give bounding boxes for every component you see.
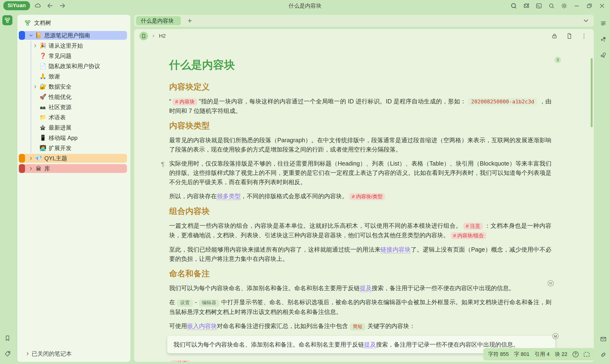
tree-item-privacy[interactable]: 📄 隐私政策和用户协议 — [21, 62, 127, 70]
doc-emoji-icon: 📱 — [39, 135, 47, 141]
tree-item-faq[interactable]: ❓ 常见问题 — [21, 52, 127, 60]
tag-block-type[interactable]: # 内容块/类型 — [350, 193, 385, 200]
focus-mode-icon[interactable] — [584, 352, 589, 357]
close-icon[interactable] — [598, 2, 605, 9]
link-many-types[interactable]: 很多类型 — [217, 193, 241, 200]
sync-icon[interactable] — [510, 2, 517, 9]
kbd-editor[interactable]: 编辑器 — [199, 299, 219, 306]
paragraph-definition[interactable]: “# 内容块”指的是一块内容，每块这样的内容通过一个全局唯一的 ID 进行标识。… — [169, 97, 551, 116]
doc-emoji-icon: 🙏 — [39, 73, 47, 79]
search-icon[interactable] — [548, 2, 555, 9]
paragraph-naming-1[interactable]: 我们可以为每个内容块命名、添加别名和备注。命名和别名主要用于反链提及搜索，备注用… — [169, 284, 551, 293]
file-tree-header: 文档树 — [17, 19, 130, 27]
tree-item-start-here[interactable]: 🎉 请从这里开始 — [21, 41, 127, 50]
doc-emoji-icon: ❓ — [39, 53, 47, 59]
tree-item-notebook-qyl-theme[interactable]: 💎 QYL主题 — [23, 154, 127, 163]
dock-backlink-icon[interactable] — [598, 350, 608, 360]
chevron-right-icon[interactable] — [32, 83, 39, 90]
doc-emoji-icon: 🔐 — [39, 83, 47, 90]
paragraph-types-2[interactable]: ¶实际使用时，仅仅靠段落排版是不够的，往往还需要用到标题（Heading）、列表… — [169, 159, 551, 187]
breadcrumb-heading[interactable]: H2 — [159, 33, 166, 39]
file-tree-panel: 文档树 📔 思源笔记用户指南 🎉 请从这里开始 ❓ 常见问题 — [17, 15, 130, 362]
chevron-right-icon — [25, 351, 30, 356]
heading-naming[interactable]: 命名和备注M — [169, 269, 551, 278]
right-dock — [597, 12, 610, 364]
memo-badge[interactable]: M — [552, 333, 558, 339]
tree-item-data-safety[interactable]: 🔐 数据安全 — [21, 82, 127, 91]
tree-item-performance[interactable]: 🚀 性能优化 — [21, 92, 127, 101]
tab-bar: 什么是内容块 + — [134, 15, 594, 27]
link-link-blocks[interactable]: 链接内容块 — [380, 246, 411, 253]
doc-title[interactable]: 什么是内容块 — [169, 59, 551, 71]
dock-bookmark-icon[interactable] — [2, 333, 13, 343]
heading-definition[interactable]: 内容块定义 — [169, 82, 551, 91]
back-icon[interactable] — [47, 2, 53, 9]
tag-note[interactable]: # 注意 — [171, 360, 190, 362]
tag-note[interactable]: # 注意 — [464, 223, 483, 230]
tree-item-notebook-library[interactable]: 🏛 库 — [23, 164, 127, 173]
block-count: 块 22 — [555, 351, 567, 358]
more-options-icon[interactable]: ⋮ — [581, 32, 588, 39]
file-tree-title: 文档树 — [34, 19, 51, 27]
readonly-lock-icon[interactable] — [551, 32, 558, 39]
heading-types[interactable]: 内容块类型 — [169, 121, 551, 130]
inline-code-block-id[interactable]: 202008250000-a1b2c3d — [468, 98, 537, 105]
tree-item-changelog[interactable]: 🛣 最新进展 — [21, 123, 127, 132]
paragraph-naming-3[interactable]: 可使用嵌入内容块对命名和备注进行搜索汇总，比如列出备注中包含简短关键字的内容块： — [169, 321, 551, 331]
chevron-right-icon[interactable] — [28, 165, 34, 172]
top-bar: SiYuan 什么是内容块 — [0, 0, 610, 12]
help-icon[interactable]: ? — [572, 351, 579, 357]
doc-emoji-icon: 📁 — [39, 114, 47, 120]
ref-count: 引用 4 — [535, 351, 549, 358]
tree-item-notebook-guide[interactable]: 📔 思源笔记用户指南 — [23, 31, 127, 40]
forward-icon[interactable] — [59, 2, 66, 9]
dock-outline-icon[interactable] — [598, 19, 608, 29]
theme-icon[interactable] — [561, 2, 567, 9]
tree-item-glossary[interactable]: 📁 术语表 — [21, 113, 127, 122]
editor-panel: H2 ⋮ 3 什么是内容块 内容块定义 “# 内容块”指的是一块内容，每块这样的… — [134, 29, 594, 362]
tree-item-thanks[interactable]: 🙏 致谢 — [21, 72, 127, 81]
link-embed-block[interactable]: 嵌入内容块 — [187, 323, 217, 330]
file-tree-icon — [25, 20, 31, 26]
paragraph-naming-2[interactable]: 在设置-编辑器中打开显示书签、命名、别名标识选项后，被命名的内容块在编辑器中会被… — [169, 298, 551, 317]
link-mention[interactable]: 提及 — [360, 285, 372, 292]
tree-item-extension-dev[interactable]: 🧑‍💻 扩展开发 — [21, 144, 127, 153]
chevron-down-icon[interactable] — [28, 32, 34, 39]
dock-tag-icon[interactable] — [2, 349, 13, 359]
tree-item-community[interactable]: 🏘 社区资源 — [21, 103, 127, 112]
cloud-sync-icon[interactable] — [34, 2, 41, 9]
link-mention[interactable]: 提及 — [364, 341, 376, 349]
paragraph-types-3[interactable]: 所以，内容块存在很多类型，不同的排版格式会形成不同的内容块。# 内容块/类型 — [169, 192, 551, 201]
document-tree: 📔 思源笔记用户指南 🎉 请从这里开始 ❓ 常见问题 📄 隐私政策和用户协议 � — [17, 31, 130, 174]
chevron-right-icon[interactable] — [32, 42, 39, 49]
heading-combine[interactable]: 组合内容块 — [169, 206, 551, 216]
doc-emoji-icon: 🎉 — [39, 42, 47, 49]
dock-graph-icon[interactable] — [598, 34, 608, 44]
tag-content-block[interactable]: # 内容块 — [173, 98, 197, 105]
kbd-settings[interactable]: 设置 — [177, 299, 193, 306]
ref-count-badge[interactable]: 3 — [555, 57, 561, 63]
new-doc-icon[interactable] — [566, 32, 573, 39]
dock-inbox-icon[interactable] — [598, 334, 608, 344]
minimize-icon[interactable] — [573, 2, 580, 9]
breadcrumb-doc-icon[interactable] — [139, 32, 148, 40]
app-logo[interactable]: SiYuan — [3, 1, 30, 10]
doc-emoji-icon: 🛣 — [39, 125, 47, 131]
tab-list-chevron-icon[interactable] — [582, 17, 589, 24]
paragraph-combine-2[interactable]: 至此，我们已经能够用内容块来描述所有的内容了，这样就能通过统一的用法来链接内容块… — [169, 245, 551, 263]
tag-block-combine[interactable]: # 内容块/组合 — [451, 232, 486, 239]
maximize-icon[interactable] — [586, 2, 593, 9]
notebook-icon: 💎 — [34, 155, 43, 161]
tree-item-mobile-app[interactable]: 📱 移动端 App — [21, 133, 127, 142]
closed-notebooks-toggle[interactable]: 已关闭的笔记本 — [17, 348, 130, 360]
kbd-keyword-short[interactable]: 简短 — [350, 323, 365, 330]
command-panel-icon[interactable] — [535, 2, 542, 9]
dock-global-graph-icon[interactable] — [598, 50, 608, 60]
paragraph-types-1[interactable]: 最常见的内容块就是我们所熟悉的段落（Paragraph）。在中文传统排版中，段落… — [169, 136, 551, 154]
paragraph-combine-1[interactable]: 一篇文档是一些内容块的组合，内容块是基本单位。这就好比乐高积木，可以使用不同的基… — [169, 221, 551, 240]
tab-active[interactable]: 什么是内容块 — [136, 16, 181, 25]
new-tab-button[interactable]: + — [188, 17, 192, 24]
marketplace-icon[interactable] — [523, 2, 530, 9]
dock-file-tree-icon[interactable] — [2, 15, 13, 25]
chevron-right-icon[interactable] — [28, 155, 34, 162]
